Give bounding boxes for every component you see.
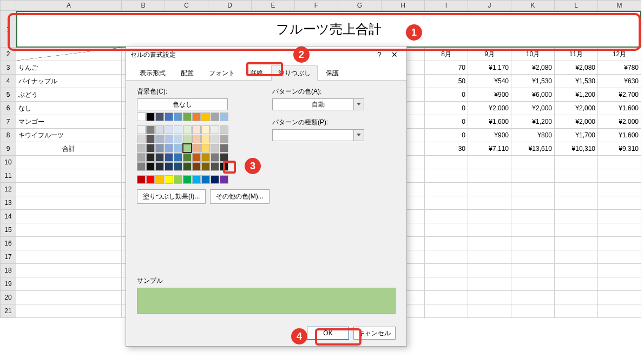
empty-cell[interactable] [555, 264, 598, 277]
data-cell[interactable]: ¥1,700 [555, 129, 598, 142]
row-header-17[interactable]: 17 [0, 250, 16, 264]
merged-title-cell[interactable]: フルーツ売上合計 [16, 11, 641, 48]
color-swatch[interactable] [220, 175, 228, 184]
data-cell[interactable]: ¥2,000 [598, 115, 641, 129]
data-cell[interactable]: ¥1,600 [468, 115, 511, 129]
row-header-3[interactable]: 3 [0, 61, 16, 75]
data-cell[interactable]: 0 [425, 88, 468, 102]
empty-cell[interactable] [598, 196, 641, 210]
empty-cell[interactable] [16, 156, 122, 169]
color-swatch[interactable] [220, 112, 228, 121]
color-swatch[interactable] [155, 162, 164, 171]
color-swatch[interactable] [165, 112, 173, 121]
tab-0[interactable]: 表示形式 [133, 65, 173, 81]
empty-cell[interactable] [425, 183, 468, 196]
color-swatch[interactable] [155, 112, 164, 121]
empty-cell[interactable] [511, 237, 555, 250]
color-swatch[interactable] [183, 162, 192, 171]
row-label-cell[interactable]: りんご [16, 61, 122, 75]
column-header-C[interactable]: C [165, 0, 208, 11]
tab-1[interactable]: 配置 [174, 65, 201, 81]
empty-cell[interactable] [598, 250, 641, 264]
empty-cell[interactable] [511, 210, 555, 223]
empty-cell[interactable] [598, 169, 641, 183]
empty-cell[interactable] [598, 210, 641, 223]
color-swatch[interactable] [220, 135, 228, 143]
row-label-cell[interactable]: なし [16, 102, 122, 115]
empty-cell[interactable] [555, 237, 598, 250]
column-header-H[interactable]: H [382, 0, 425, 11]
empty-cell[interactable] [555, 210, 598, 223]
data-cell[interactable]: ¥2,700 [598, 88, 641, 102]
diagonal-header-cell[interactable] [16, 48, 122, 61]
color-swatch[interactable] [201, 144, 210, 153]
color-swatch[interactable] [137, 125, 146, 134]
column-header-G[interactable]: G [338, 0, 382, 11]
color-swatch[interactable] [165, 162, 173, 171]
data-cell[interactable]: 30 [425, 142, 468, 156]
column-header-K[interactable]: K [511, 0, 555, 11]
empty-cell[interactable] [598, 237, 641, 250]
month-header[interactable]: 11月 [555, 48, 598, 61]
close-button[interactable]: ✕ [387, 48, 402, 61]
color-swatch[interactable] [211, 135, 219, 143]
row-header-6[interactable]: 6 [0, 102, 16, 115]
empty-cell[interactable] [468, 304, 511, 318]
color-swatch[interactable] [174, 135, 182, 143]
month-header[interactable]: 10月 [511, 48, 555, 61]
color-swatch[interactable] [137, 135, 146, 143]
column-header-D[interactable]: D [208, 0, 252, 11]
empty-cell[interactable] [468, 196, 511, 210]
empty-cell[interactable] [16, 196, 122, 210]
color-swatch[interactable] [201, 125, 210, 134]
color-swatch[interactable] [174, 153, 182, 162]
row-header-21[interactable]: 21 [0, 304, 16, 318]
row-header-9[interactable]: 9 [0, 142, 16, 156]
empty-cell[interactable] [555, 250, 598, 264]
month-header[interactable]: 12月 [598, 48, 641, 61]
empty-cell[interactable] [598, 183, 641, 196]
column-header-L[interactable]: L [555, 0, 598, 11]
empty-cell[interactable] [16, 237, 122, 250]
color-swatch[interactable] [146, 112, 155, 121]
empty-cell[interactable] [511, 169, 555, 183]
tab-2[interactable]: フォント [202, 65, 242, 81]
data-cell[interactable]: 0 [425, 115, 468, 129]
data-cell[interactable]: 70 [425, 61, 468, 75]
empty-cell[interactable] [425, 156, 468, 169]
data-cell[interactable]: ¥6,000 [511, 88, 555, 102]
empty-cell[interactable] [425, 264, 468, 277]
empty-cell[interactable] [511, 156, 555, 169]
data-cell[interactable]: ¥900 [468, 88, 511, 102]
color-swatch[interactable] [192, 162, 201, 171]
empty-cell[interactable] [511, 291, 555, 304]
column-header-I[interactable]: I [425, 0, 468, 11]
color-swatch[interactable] [211, 144, 219, 153]
empty-cell[interactable] [598, 156, 641, 169]
color-swatch[interactable] [155, 144, 164, 153]
empty-cell[interactable] [16, 223, 122, 237]
row-label-cell[interactable]: キウイフルーツ [16, 129, 122, 142]
color-swatch[interactable] [192, 125, 201, 134]
column-header-M[interactable]: M [598, 0, 641, 11]
color-swatch[interactable] [155, 125, 164, 134]
data-cell[interactable]: ¥10,310 [555, 142, 598, 156]
column-header-F[interactable]: F [295, 0, 338, 11]
row-header-2[interactable]: 2 [0, 48, 16, 61]
color-swatch[interactable] [211, 112, 219, 121]
cancel-button[interactable]: キャンセル [353, 327, 396, 340]
color-swatch[interactable] [220, 153, 228, 162]
row-header-1[interactable]: 1 [0, 11, 16, 48]
empty-cell[interactable] [16, 183, 122, 196]
month-header[interactable]: 8月 [425, 48, 468, 61]
empty-cell[interactable] [511, 183, 555, 196]
data-cell[interactable]: ¥2,000 [511, 102, 555, 115]
color-swatch[interactable] [165, 153, 173, 162]
color-swatch[interactable] [183, 144, 192, 153]
color-swatch[interactable] [137, 175, 146, 184]
empty-cell[interactable] [16, 304, 122, 318]
color-swatch[interactable] [201, 135, 210, 143]
row-header-5[interactable]: 5 [0, 88, 16, 102]
empty-cell[interactable] [468, 250, 511, 264]
empty-cell[interactable] [598, 264, 641, 277]
